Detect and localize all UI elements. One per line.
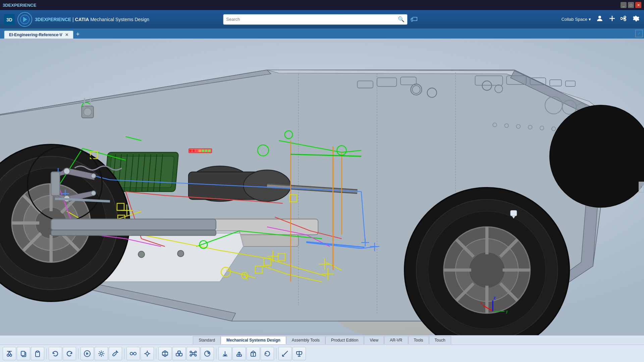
tab-close-icon[interactable]: ✕ [65, 33, 68, 37]
compass-button[interactable] [17, 12, 32, 27]
paste-button[interactable] [31, 347, 44, 360]
tab-mechanical-systems-design[interactable]: Mechanical Systems Design [221, 336, 286, 344]
separator [156, 348, 156, 359]
play-icon [23, 17, 27, 22]
svg-rect-199 [511, 210, 517, 216]
svg-point-189 [193, 149, 195, 152]
search-input[interactable] [226, 17, 396, 22]
tab-standard[interactable]: Standard [193, 336, 221, 344]
box-button[interactable] [247, 347, 260, 360]
redo-button[interactable] [63, 347, 76, 360]
settings-gear-button[interactable] [95, 347, 108, 360]
svg-point-213 [130, 352, 133, 355]
titlebar-left: 3DEXPERIENCE [3, 3, 36, 8]
copy-icon [20, 350, 27, 357]
motion-button[interactable] [201, 347, 214, 360]
svg-point-62 [177, 250, 184, 257]
graph-button[interactable] [186, 347, 200, 360]
wrench-icon [112, 350, 119, 357]
car-visualization: x y z [0, 39, 644, 335]
wrench-button[interactable] [109, 347, 122, 360]
svg-point-229 [190, 351, 192, 353]
user-icon-button[interactable] [596, 14, 604, 24]
svg-line-236 [194, 354, 195, 355]
upload-button[interactable] [232, 347, 246, 360]
svg-point-190 [196, 149, 198, 152]
svg-point-91 [550, 105, 644, 207]
model-button[interactable] [158, 347, 172, 360]
svg-line-204 [9, 351, 11, 354]
svg-rect-172 [51, 172, 60, 195]
collab-space-selector[interactable]: Collab Space ▾ [561, 17, 591, 22]
settings-button[interactable] [633, 15, 640, 24]
svg-text:3D: 3D [6, 17, 12, 22]
svg-line-235 [192, 354, 193, 355]
assembly-button[interactable] [172, 347, 186, 360]
mechanism-button[interactable] [126, 347, 140, 360]
tag-button[interactable]: 🏷 [410, 15, 418, 24]
svg-text:x: x [480, 300, 483, 305]
svg-line-203 [8, 351, 9, 354]
arrow-down-icon [221, 350, 229, 357]
svg-text:z: z [494, 295, 496, 300]
scissors-icon [6, 350, 13, 357]
close-button[interactable]: ✕ [635, 2, 641, 8]
refresh-button[interactable] [261, 347, 274, 360]
simulation-button[interactable] [80, 347, 94, 360]
user-icon [596, 14, 604, 22]
tab-ar-vr[interactable]: AR-VR [384, 336, 408, 344]
assembly-icon [175, 350, 183, 357]
title-bar: 3DEXPERIENCE _ □ ✕ [0, 0, 644, 10]
header-right: Collab Space ▾ [561, 14, 640, 24]
cut-button[interactable] [3, 347, 16, 360]
search-box: 🔍 [223, 14, 408, 25]
svg-point-177 [84, 108, 91, 116]
tab-bar: EI-Engineering-Reference-V ✕ + ⤢ [0, 28, 644, 39]
add-button[interactable] [608, 15, 616, 24]
header-bar: 3D 3DEXPERIENCE | CATIA Mechanical Syste… [0, 10, 644, 28]
upload-icon [235, 350, 243, 357]
tool-tabs-bar: Standard Mechanical Systems Design Assem… [0, 335, 644, 345]
tab-assembly-tools[interactable]: Assembly Tools [286, 336, 325, 344]
compass-inner [20, 15, 30, 24]
svg-point-2 [598, 16, 601, 18]
separator [78, 348, 78, 359]
main-toolbar [0, 345, 644, 362]
svg-point-193 [205, 149, 207, 152]
right-panel-expand[interactable]: › [639, 182, 644, 192]
joint-icon [144, 350, 151, 357]
svg-line-247 [284, 353, 286, 355]
tab-touch[interactable]: Touch [429, 336, 451, 344]
app-module: Mechanical Systems Design [90, 17, 149, 22]
svg-point-212 [100, 352, 103, 355]
copy-button[interactable] [17, 347, 30, 360]
share-button[interactable] [621, 15, 628, 24]
undo-icon [52, 350, 59, 357]
tab-engineering-reference[interactable]: EI-Engineering-Reference-V ✕ [4, 31, 73, 39]
arrow-down-button[interactable] [218, 347, 232, 360]
titlebar-app-name: 3DEXPERIENCE [3, 3, 36, 8]
separator [216, 348, 216, 359]
undo-button[interactable] [49, 347, 62, 360]
measure-button[interactable] [278, 347, 292, 360]
tab-add-button[interactable]: + [74, 31, 82, 38]
maximize-button[interactable]: □ [628, 2, 634, 8]
minimize-button[interactable]: _ [621, 2, 627, 8]
svg-point-216 [146, 352, 149, 355]
refresh-icon [264, 350, 271, 357]
3d-viewport[interactable]: x y z › [0, 39, 644, 335]
svg-point-191 [199, 149, 201, 152]
tab-view[interactable]: View [364, 336, 384, 344]
balance-button[interactable] [292, 347, 306, 360]
svg-rect-207 [21, 351, 25, 356]
search-button[interactable]: 🔍 [398, 16, 405, 22]
svg-point-214 [133, 352, 136, 355]
separator [46, 348, 47, 359]
joint-button[interactable] [141, 347, 154, 360]
tab-product-edition[interactable]: Product Edition [325, 336, 364, 344]
tab-tools[interactable]: Tools [408, 336, 429, 344]
separator [276, 348, 276, 359]
expand-view-button[interactable]: ⤢ [635, 30, 643, 37]
separator [124, 348, 124, 359]
svg-point-192 [202, 149, 204, 152]
